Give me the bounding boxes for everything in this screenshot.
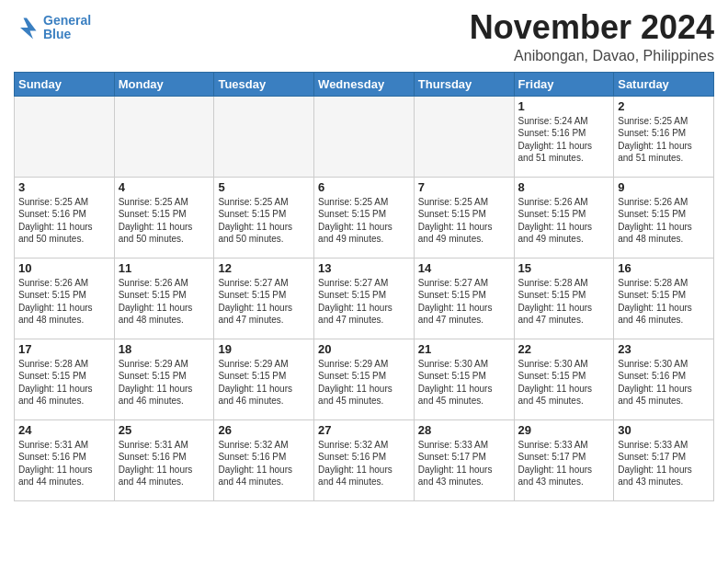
day-info: Sunrise: 5:26 AM Sunset: 5:15 PM Dayligh… [119, 277, 210, 327]
calendar-cell: 14Sunrise: 5:27 AM Sunset: 5:15 PM Dayli… [414, 258, 514, 339]
calendar-week-row: 24Sunrise: 5:31 AM Sunset: 5:16 PM Dayli… [15, 419, 714, 500]
day-number: 18 [119, 342, 210, 356]
day-info: Sunrise: 5:27 AM Sunset: 5:15 PM Dayligh… [418, 277, 510, 327]
day-info: Sunrise: 5:33 AM Sunset: 5:17 PM Dayligh… [618, 439, 710, 488]
day-number: 17 [18, 342, 110, 356]
day-number: 8 [518, 180, 610, 194]
calendar-cell [114, 96, 214, 177]
calendar-week-row: 17Sunrise: 5:28 AM Sunset: 5:15 PM Dayli… [15, 339, 714, 419]
calendar-cell: 11Sunrise: 5:26 AM Sunset: 5:15 PM Dayli… [114, 258, 214, 339]
title-block: November 2024 Anibongan, Davao, Philippi… [470, 9, 714, 64]
day-of-week-header: Monday [114, 72, 214, 96]
logo-text: General Blue [43, 14, 91, 42]
calendar-cell: 16Sunrise: 5:28 AM Sunset: 5:15 PM Dayli… [614, 258, 714, 339]
day-number: 21 [418, 342, 510, 356]
day-info: Sunrise: 5:26 AM Sunset: 5:15 PM Dayligh… [618, 196, 710, 246]
day-of-week-header: Thursday [414, 72, 514, 96]
calendar-week-row: 10Sunrise: 5:26 AM Sunset: 5:15 PM Dayli… [15, 258, 714, 339]
day-info: Sunrise: 5:30 AM Sunset: 5:15 PM Dayligh… [418, 358, 510, 408]
day-number: 4 [119, 180, 210, 194]
day-info: Sunrise: 5:27 AM Sunset: 5:15 PM Dayligh… [218, 277, 310, 327]
calendar-cell: 8Sunrise: 5:26 AM Sunset: 5:15 PM Daylig… [514, 177, 614, 258]
calendar-cell [15, 96, 115, 177]
calendar-cell: 23Sunrise: 5:30 AM Sunset: 5:16 PM Dayli… [614, 339, 714, 419]
day-number: 14 [418, 261, 510, 275]
day-info: Sunrise: 5:32 AM Sunset: 5:16 PM Dayligh… [218, 439, 310, 488]
day-info: Sunrise: 5:28 AM Sunset: 5:15 PM Dayligh… [18, 358, 110, 408]
day-info: Sunrise: 5:26 AM Sunset: 5:15 PM Dayligh… [518, 196, 610, 246]
calendar-cell: 7Sunrise: 5:25 AM Sunset: 5:15 PM Daylig… [414, 177, 514, 258]
calendar-cell: 3Sunrise: 5:25 AM Sunset: 5:16 PM Daylig… [15, 177, 115, 258]
day-of-week-header: Saturday [614, 72, 714, 96]
day-number: 22 [518, 342, 610, 356]
day-number: 30 [618, 423, 710, 437]
day-info: Sunrise: 5:33 AM Sunset: 5:17 PM Dayligh… [518, 439, 610, 488]
calendar-week-row: 3Sunrise: 5:25 AM Sunset: 5:16 PM Daylig… [15, 177, 714, 258]
day-number: 27 [318, 423, 410, 437]
day-number: 10 [18, 261, 110, 275]
header: General Blue November 2024 Anibongan, Da… [14, 9, 714, 64]
day-info: Sunrise: 5:29 AM Sunset: 5:15 PM Dayligh… [218, 358, 310, 408]
day-info: Sunrise: 5:26 AM Sunset: 5:15 PM Dayligh… [18, 277, 110, 327]
day-number: 11 [119, 261, 210, 275]
day-info: Sunrise: 5:30 AM Sunset: 5:16 PM Dayligh… [618, 358, 710, 408]
day-info: Sunrise: 5:25 AM Sunset: 5:15 PM Dayligh… [218, 196, 310, 246]
calendar-cell [314, 96, 415, 177]
calendar-cell: 15Sunrise: 5:28 AM Sunset: 5:15 PM Dayli… [514, 258, 614, 339]
day-info: Sunrise: 5:25 AM Sunset: 5:16 PM Dayligh… [618, 115, 710, 165]
calendar-cell: 27Sunrise: 5:32 AM Sunset: 5:16 PM Dayli… [314, 419, 415, 500]
day-number: 19 [218, 342, 310, 356]
day-of-week-header: Friday [514, 72, 614, 96]
day-number: 25 [119, 423, 210, 437]
day-number: 26 [218, 423, 310, 437]
svg-marker-0 [20, 18, 37, 40]
calendar-cell: 13Sunrise: 5:27 AM Sunset: 5:15 PM Dayli… [314, 258, 415, 339]
day-info: Sunrise: 5:24 AM Sunset: 5:16 PM Dayligh… [518, 115, 610, 165]
logo-line2: Blue [43, 27, 71, 41]
calendar-cell: 1Sunrise: 5:24 AM Sunset: 5:16 PM Daylig… [514, 96, 614, 177]
day-info: Sunrise: 5:32 AM Sunset: 5:16 PM Dayligh… [318, 439, 410, 488]
calendar-header-row: SundayMondayTuesdayWednesdayThursdayFrid… [15, 72, 714, 96]
day-number: 28 [418, 423, 510, 437]
day-info: Sunrise: 5:29 AM Sunset: 5:15 PM Dayligh… [318, 358, 410, 408]
logo-line1: General [43, 13, 91, 28]
day-number: 20 [318, 342, 410, 356]
logo-icon [14, 15, 40, 40]
day-info: Sunrise: 5:25 AM Sunset: 5:16 PM Dayligh… [18, 196, 110, 246]
calendar-week-row: 1Sunrise: 5:24 AM Sunset: 5:16 PM Daylig… [15, 96, 714, 177]
calendar-cell: 28Sunrise: 5:33 AM Sunset: 5:17 PM Dayli… [414, 419, 514, 500]
day-of-week-header: Wednesday [314, 72, 415, 96]
day-info: Sunrise: 5:27 AM Sunset: 5:15 PM Dayligh… [318, 277, 410, 327]
calendar-cell: 19Sunrise: 5:29 AM Sunset: 5:15 PM Dayli… [214, 339, 314, 419]
day-number: 12 [218, 261, 310, 275]
day-info: Sunrise: 5:33 AM Sunset: 5:17 PM Dayligh… [418, 439, 510, 488]
calendar-cell: 24Sunrise: 5:31 AM Sunset: 5:16 PM Dayli… [15, 419, 115, 500]
day-number: 24 [18, 423, 110, 437]
calendar-cell: 20Sunrise: 5:29 AM Sunset: 5:15 PM Dayli… [314, 339, 415, 419]
day-number: 2 [618, 99, 710, 113]
day-number: 6 [318, 180, 410, 194]
day-info: Sunrise: 5:31 AM Sunset: 5:16 PM Dayligh… [119, 439, 210, 488]
day-number: 15 [518, 261, 610, 275]
calendar-cell [214, 96, 314, 177]
calendar-cell: 9Sunrise: 5:26 AM Sunset: 5:15 PM Daylig… [614, 177, 714, 258]
logo: General Blue [14, 14, 91, 42]
calendar-cell: 25Sunrise: 5:31 AM Sunset: 5:16 PM Dayli… [114, 419, 214, 500]
calendar: SundayMondayTuesdayWednesdayThursdayFrid… [14, 72, 714, 501]
day-number: 29 [518, 423, 610, 437]
calendar-cell: 17Sunrise: 5:28 AM Sunset: 5:15 PM Dayli… [15, 339, 115, 419]
day-number: 3 [18, 180, 110, 194]
day-info: Sunrise: 5:28 AM Sunset: 5:15 PM Dayligh… [618, 277, 710, 327]
calendar-cell: 6Sunrise: 5:25 AM Sunset: 5:15 PM Daylig… [314, 177, 415, 258]
calendar-cell: 21Sunrise: 5:30 AM Sunset: 5:15 PM Dayli… [414, 339, 514, 419]
day-info: Sunrise: 5:25 AM Sunset: 5:15 PM Dayligh… [318, 196, 410, 246]
day-number: 7 [418, 180, 510, 194]
month-title: November 2024 [470, 9, 714, 46]
calendar-cell: 18Sunrise: 5:29 AM Sunset: 5:15 PM Dayli… [114, 339, 214, 419]
calendar-cell [414, 96, 514, 177]
calendar-cell: 22Sunrise: 5:30 AM Sunset: 5:15 PM Dayli… [514, 339, 614, 419]
day-number: 5 [218, 180, 310, 194]
calendar-cell: 2Sunrise: 5:25 AM Sunset: 5:16 PM Daylig… [614, 96, 714, 177]
day-info: Sunrise: 5:28 AM Sunset: 5:15 PM Dayligh… [518, 277, 610, 327]
day-info: Sunrise: 5:25 AM Sunset: 5:15 PM Dayligh… [418, 196, 510, 246]
